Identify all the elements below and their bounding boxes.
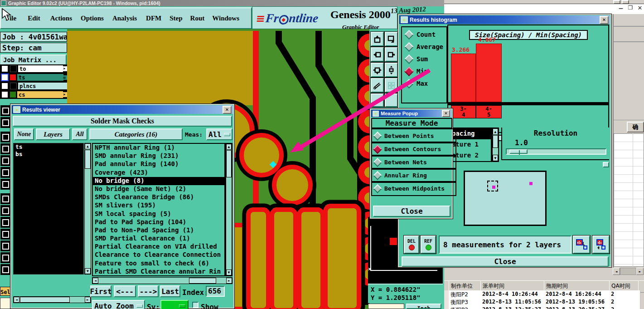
layer-color-swatch[interactable] [10,65,17,72]
radio-icon[interactable] [404,54,414,64]
scroll-down-icon[interactable]: ▼ [226,270,232,275]
layers-button[interactable]: Layers [36,128,70,140]
layer-slot[interactable] [0,205,10,216]
option-between-midpoints[interactable]: Between Midpoints [371,181,456,196]
menu-file[interactable]: File [5,15,16,22]
prev-button[interactable]: <--- [114,285,136,297]
layer-slot[interactable] [0,179,10,190]
scroll-thumb[interactable] [493,135,498,148]
scroll-thumb[interactable] [20,297,70,303]
scroll-down-icon[interactable]: ▼ [493,155,498,161]
minimap-result-dot[interactable] [529,182,533,185]
menu-edit[interactable]: Edit [28,15,40,22]
stat-min[interactable]: Min [406,68,428,75]
layer-slot[interactable] [0,143,10,154]
table-cell[interactable]: 2 [609,306,640,309]
close-icon[interactable]: ✕ [442,110,450,117]
toolbar-paste-down-button[interactable] [385,32,398,46]
layer-name[interactable]: to [18,65,63,72]
histogram-bar[interactable] [451,54,476,102]
scroll-right-icon[interactable]: ► [85,297,91,303]
units-button[interactable]: Inch [406,304,441,309]
category-item[interactable]: Partial Clearance on VIA drilled [93,243,224,251]
main-titlebar[interactable]: Graphic Editor 9.02c2 (UU@HY-P2LAM-PC198… [0,0,444,6]
category-item[interactable]: Partial SMD Clearance annular Rin [93,268,224,276]
show-all-checkbox[interactable] [192,302,199,308]
scroll-right-icon[interactable]: ► [636,268,644,275]
scroll-down-icon[interactable]: ▼ [85,268,91,274]
layer-name[interactable]: plncs [18,83,67,89]
menu-analysis[interactable]: Analysis [112,15,137,22]
category-item[interactable]: Pad to Pad Spacing (104) [93,218,224,226]
layer-slot[interactable] [0,105,10,116]
series-scrollbar[interactable]: ▲ ▼ [492,128,499,162]
layer-slot[interactable] [0,252,10,263]
layer-slot[interactable] [0,155,10,166]
category-item[interactable]: SMDs Clearance Bridge (86) [93,193,224,201]
category-item[interactable]: SM local spacing (5) [93,210,224,218]
stat-average[interactable]: Average [406,43,443,50]
layer-row-plncs[interactable]: plncs [0,82,67,90]
toolbar-move-left-button[interactable] [371,47,384,62]
toolbar-move-right-button[interactable] [385,47,398,62]
layer-checkbox[interactable] [1,74,9,81]
histogram-close-button[interactable]: Close [402,256,609,267]
category-item[interactable]: Clearance to Clearance Connection [93,251,224,259]
radio-icon[interactable] [373,184,382,193]
layer-list-scrollbar[interactable]: ▲ ▼ [84,143,91,275]
layer-slot[interactable] [0,117,10,128]
radio-icon-selected[interactable] [373,145,382,154]
all-layers-button[interactable]: All [72,128,87,140]
toolbar-paste-up-button[interactable] [371,32,384,46]
layer-row-cs[interactable]: cs ➤ [0,90,67,99]
layer-slot[interactable] [0,264,10,275]
popup-close-button[interactable]: Close [373,206,450,217]
table-cell[interactable]: 衡阳P3 [449,306,483,309]
measure-popup-titlebar[interactable]: ✕ Measure Popup ✕ [371,110,451,117]
radio-icon[interactable] [373,171,382,180]
meas-dropdown[interactable]: All [206,128,232,140]
toolbar-stretch-button[interactable] [385,63,398,77]
results-viewer-titlebar[interactable]: ✕ Results viewer ✕ [12,105,233,114]
category-item[interactable]: No bridge (Same Net) (2) [93,185,224,193]
mini-button[interactable] [603,162,609,167]
layer-checkbox[interactable] [1,91,9,98]
table-cell[interactable]: 2012-8-13 12:35:27 [480,306,546,309]
restore-icon[interactable]: ❐ [627,5,634,12]
layer-slot[interactable] [0,193,10,204]
category-item[interactable]: SMD Partial Clearance (1) [93,235,224,243]
toolbar-tools-button[interactable] [371,78,384,93]
radio-icon[interactable] [404,29,414,39]
scroll-left-icon[interactable]: ◄ [613,268,620,275]
results-histogram-titlebar[interactable]: ✕ Results histogram ✕ [399,15,610,24]
scroll-left-icon[interactable]: ◄ [92,278,98,284]
radio-icon[interactable] [404,78,414,88]
scroll-right-icon[interactable]: ► [226,278,232,284]
layer-name[interactable]: cs [17,91,63,98]
import-measures-button[interactable] [592,235,610,254]
scroll-up-icon[interactable]: ▲ [493,128,498,135]
table-cell[interactable]: 2012-8-13 20:35:27 [544,306,611,309]
menu-actions[interactable]: Actions [50,15,72,22]
layer-checkbox[interactable] [1,82,9,90]
scroll-thumb[interactable] [85,150,91,169]
background-list-area[interactable] [614,133,644,267]
layer-row-ts[interactable]: ts ⊞ [0,73,67,82]
toolbar-button[interactable] [385,93,398,107]
category-item[interactable]: NPTH annular Ring (1) [93,144,224,152]
last-button[interactable]: Last [160,285,180,297]
scroll-thumb[interactable] [189,278,216,284]
list-item[interactable]: ts [14,143,83,151]
confirm-button[interactable]: 确 [627,122,644,132]
minimize-icon[interactable]: − [617,5,625,12]
layer-slot[interactable] [0,229,10,240]
auto-zoom-dropdown[interactable]: Auto Zoom [92,300,145,309]
menu-windows[interactable]: Windows [212,15,239,22]
slider-thumb[interactable] [509,149,528,154]
categories-header-button[interactable]: Categories (16) [89,128,183,140]
toolbar-button[interactable] [371,93,384,107]
h-scrollbar[interactable] [620,268,636,275]
scroll-thumb[interactable] [226,150,232,177]
radio-icon-selected[interactable] [404,66,414,76]
category-item-selected[interactable]: No bridge (8) [93,177,224,185]
